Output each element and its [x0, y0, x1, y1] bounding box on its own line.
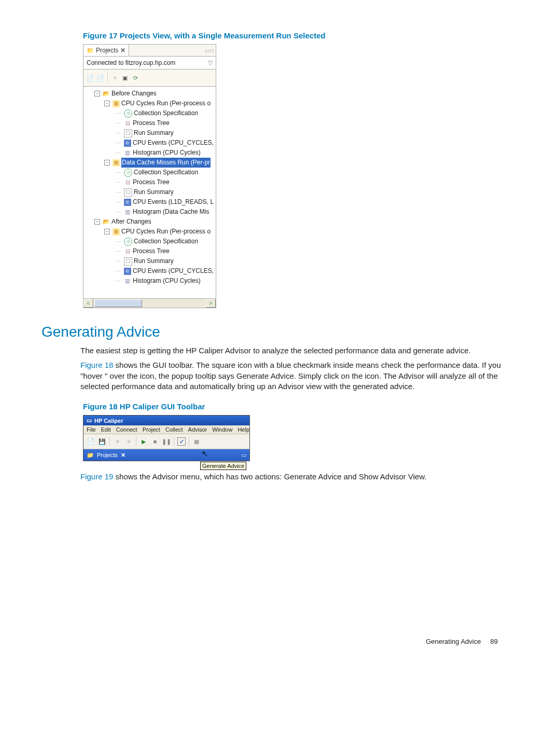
menu-project[interactable]: Project: [143, 426, 160, 433]
horizontal-scrollbar[interactable]: < >: [83, 298, 216, 308]
project-tree[interactable]: − 📂 Before Changes − ▥ CPU Cycles Run (P…: [83, 87, 216, 298]
refresh-icon[interactable]: ⟳: [132, 74, 139, 81]
tree-label: Histogram (CPU Cycles): [133, 276, 201, 286]
menu-advisor[interactable]: Advisor: [188, 426, 207, 433]
new-project-icon-2[interactable]: 📄: [97, 74, 104, 81]
document-icon: ☐: [124, 129, 132, 137]
expand-toggle-icon[interactable]: −: [104, 160, 110, 165]
folder-open-icon: 📂: [103, 90, 110, 98]
body-paragraph: Figure 19 shows the Advisor menu, which …: [80, 472, 516, 482]
connection-status-row: Connected to fitzroy.cup.hp.com ▽: [83, 57, 216, 70]
projects-icon: 📁: [87, 452, 94, 459]
process-tree-icon: ⊟: [124, 248, 131, 255]
tree-item[interactable]: ⋯◷Collection Specification: [85, 108, 215, 118]
tree-item[interactable]: ⋯▥Histogram (CPU Cycles): [85, 276, 215, 286]
expand-toggle-icon[interactable]: −: [104, 229, 110, 234]
stop-icon[interactable]: ■: [151, 437, 159, 446]
bottom-tab-bar: 📁 Projects ✕ ▭ ↖ Generate Advice: [83, 449, 249, 461]
tree-item[interactable]: ⋯▥Histogram (CPU Cycles): [85, 148, 215, 158]
maximize-icon[interactable]: □: [211, 48, 214, 53]
dropdown-icon[interactable]: ▽: [208, 59, 213, 66]
document-icon: ☐: [124, 188, 132, 197]
clock-icon: ◷: [124, 169, 132, 177]
projects-tab-label: Projects: [96, 47, 118, 54]
toolbar-separator: [107, 73, 108, 82]
tree-item[interactable]: ⋯☐Run Summary: [85, 256, 215, 266]
histogram-icon: ▥: [124, 278, 131, 285]
tree-run-dcache-before[interactable]: − ▥ Data Cache Misses Run (Per-pr: [85, 158, 215, 168]
figure-18-caption: Figure 18 HP Caliper GUI Toolbar: [83, 402, 529, 411]
menu-connect[interactable]: Connect: [116, 426, 137, 433]
projects-tab-label[interactable]: Projects: [97, 452, 118, 458]
panel-toolbar: 📄 📄 ✧ ▣ ⟳: [83, 70, 216, 87]
tree-item[interactable]: ⋯CCPU Events (L1D_READS, L: [85, 197, 215, 207]
generate-advice-button[interactable]: ✓: [177, 437, 186, 446]
tree-item[interactable]: ⋯CCPU Events (CPU_CYCLES,: [85, 138, 215, 148]
scroll-left-button[interactable]: <: [83, 299, 93, 308]
close-tab-icon[interactable]: ✕: [120, 47, 125, 54]
tree-label: Process Tree: [133, 118, 170, 128]
histogram-icon: ▥: [124, 209, 131, 216]
menu-collect[interactable]: Collect: [165, 426, 183, 433]
disconnect-icon[interactable]: ✧: [124, 437, 133, 446]
tree-item[interactable]: ⋯⊟Process Tree: [85, 177, 215, 187]
new-project-icon[interactable]: 📄: [87, 74, 94, 81]
run-icon: ▥: [113, 159, 120, 167]
tree-label: Run Summary: [134, 256, 174, 266]
pause-icon[interactable]: ❚❚: [162, 437, 171, 446]
tree-item[interactable]: ⋯⊟Process Tree: [85, 246, 215, 256]
tree-item[interactable]: ⋯⊟Process Tree: [85, 118, 215, 128]
cpu-events-icon: C: [124, 268, 131, 275]
menu-file[interactable]: File: [87, 426, 96, 433]
clock-icon: ◷: [124, 109, 132, 118]
tree-run-cpu-after[interactable]: − ▥ CPU Cycles Run (Per-process o: [85, 227, 215, 237]
minimize-icon[interactable]: ▭: [205, 48, 209, 53]
hp-caliper-window: ▭ HP Caliper File Edit Connect Project C…: [83, 415, 250, 461]
process-tree-icon: ⊟: [124, 179, 131, 186]
tree-item[interactable]: ⋯CCPU Events (CPU_CYCLES,: [85, 266, 215, 276]
tree-label: Process Tree: [133, 177, 170, 187]
figure-18-reference[interactable]: Figure 18: [80, 361, 113, 369]
perspective-icon[interactable]: ▦: [192, 437, 201, 446]
cpu-events-icon: C: [124, 140, 131, 147]
tree-label: Collection Specification: [134, 108, 198, 118]
toolbar-separator: [109, 437, 110, 446]
tree-item[interactable]: ⋯☐Run Summary: [85, 128, 215, 138]
scroll-thumb[interactable]: [94, 299, 142, 307]
figure-19-reference[interactable]: Figure 19: [80, 472, 113, 481]
mouse-cursor-icon: ↖: [202, 449, 208, 458]
projects-tab[interactable]: 📁 Projects ✕: [83, 45, 129, 56]
terminal-icon[interactable]: ▣: [121, 74, 129, 81]
expand-toggle-icon[interactable]: −: [104, 101, 110, 106]
figure-17-caption: Figure 17 Projects View, with a Single M…: [83, 31, 529, 40]
tree-item[interactable]: ⋯☐Run Summary: [85, 187, 215, 197]
minimize-icon[interactable]: ▭: [241, 452, 246, 459]
tree-run-cpu-before[interactable]: − ▥ CPU Cycles Run (Per-process o: [85, 99, 215, 108]
close-tab-icon[interactable]: ✕: [121, 452, 125, 459]
save-icon[interactable]: 💾: [98, 437, 106, 446]
expand-toggle-icon[interactable]: −: [94, 219, 100, 225]
tree-label: CPU Events (CPU_CYCLES,: [133, 266, 214, 276]
app-icon: ▭: [87, 417, 92, 424]
figure-18-screenshot: ▭ HP Caliper File Edit Connect Project C…: [83, 415, 529, 461]
menu-window[interactable]: Window: [212, 426, 232, 433]
tree-folder-before[interactable]: − 📂 Before Changes: [85, 89, 215, 99]
new-icon[interactable]: 📄: [87, 437, 95, 446]
connect-icon[interactable]: ✧: [113, 437, 121, 446]
menu-edit[interactable]: Edit: [101, 426, 111, 433]
tree-item[interactable]: ⋯▥Histogram (Data Cache Mis: [85, 207, 215, 217]
play-icon[interactable]: ▶: [139, 437, 148, 446]
tree-folder-after[interactable]: − 📂 After Changes: [85, 217, 215, 227]
connect-icon[interactable]: ✧: [111, 74, 118, 81]
tree-label: Collection Specification: [134, 237, 198, 246]
cpu-events-icon: C: [124, 199, 131, 206]
tree-label: Before Changes: [111, 89, 157, 99]
menu-help[interactable]: Help: [237, 426, 249, 433]
tree-item[interactable]: ⋯◷Collection Specification: [85, 168, 215, 177]
toolbar-separator: [189, 437, 189, 446]
projects-panel: 📁 Projects ✕ ▭ □ Connected to fitzroy.cu…: [83, 44, 216, 308]
expand-toggle-icon[interactable]: −: [94, 91, 100, 96]
footer-page-number: 89: [491, 638, 498, 645]
tree-item[interactable]: ⋯◷Collection Specification: [85, 237, 215, 246]
scroll-right-button[interactable]: >: [206, 299, 216, 308]
